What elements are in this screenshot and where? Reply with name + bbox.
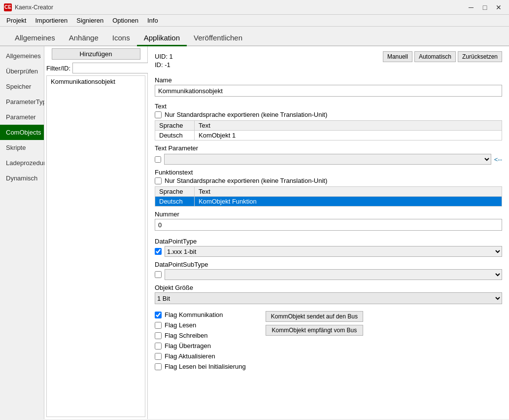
objekt-groesse-label: Objekt Größe: [155, 284, 502, 291]
sidebar-item-ladeprozedur[interactable]: Ladeprozedur: [0, 155, 44, 171]
main-content: Allgemeines Überprüfen Speicher Paramete…: [0, 46, 509, 419]
funktionstext-row-text[interactable]: [195, 197, 502, 207]
name-input[interactable]: [155, 85, 502, 97]
sidebar-item-ueberprufen[interactable]: Überprüfen: [0, 64, 44, 79]
tab-veroeffentlichen[interactable]: Veröffentlichen: [187, 31, 249, 46]
minimize-button[interactable]: ─: [465, 2, 477, 13]
name-label: Name: [155, 76, 502, 84]
flags-section: Flag Kommunikation Flag Lesen Flag Schre…: [155, 311, 502, 371]
manuell-button[interactable]: Manuell: [383, 51, 412, 62]
flag-lesen-label: Flag Lesen: [165, 321, 196, 329]
tab-applikation[interactable]: Applikation: [137, 31, 187, 46]
funktionstext-export-checkbox[interactable]: [155, 177, 162, 184]
sidebar: Allgemeines Überprüfen Speicher Paramete…: [0, 46, 44, 419]
menu-projekt[interactable]: Projekt: [2, 15, 31, 26]
flag-schreiben-label: Flag Schreiben: [165, 332, 207, 339]
flag-lesen-init-checkbox[interactable]: [155, 363, 162, 370]
app-icon: CE: [4, 3, 12, 11]
nummer-input[interactable]: [155, 219, 502, 231]
id-label: ID: -1: [155, 61, 173, 69]
kommobjekt-empfaengt-button[interactable]: KommObjekt empfängt vom Bus: [266, 325, 363, 336]
param-checkbox[interactable]: [155, 156, 161, 163]
flag-uebertragen-label: Flag Übertragen: [165, 342, 211, 350]
menu-signieren[interactable]: Signieren: [72, 15, 108, 26]
text-table-header-sprache: Sprache: [155, 121, 195, 131]
sidebar-item-parameter[interactable]: Parameter: [0, 109, 44, 125]
flag-kommunikation-label: Flag Kommunikation: [165, 311, 223, 318]
zuruecksetzen-button[interactable]: Zurücksetzen: [458, 51, 502, 62]
flag-lesen-checkbox[interactable]: [155, 322, 162, 329]
flags-left: Flag Kommunikation Flag Lesen Flag Schre…: [155, 311, 246, 371]
dpt-checkbox[interactable]: [155, 248, 162, 255]
param-row: <--: [155, 154, 502, 165]
funktionstext-label: Funktionstext: [155, 169, 502, 176]
text-row-sprache: Deutsch: [155, 131, 195, 140]
sidebar-item-parametertypes[interactable]: ParameterTypes: [0, 94, 44, 109]
right-panel: UID: 1 ID: -1 Manuell Automatisch Zurück…: [148, 46, 509, 419]
filter-label: Filter/ID:: [46, 65, 70, 72]
flags-right: KommObjekt sendet auf den Bus KommObjekt…: [266, 311, 363, 371]
kommobjekt-sendet-button[interactable]: KommObjekt sendet auf den Bus: [266, 311, 363, 322]
text-label: Text: [155, 103, 502, 110]
flag-schreiben-checkbox[interactable]: [155, 332, 162, 339]
tab-anhaenge[interactable]: Anhänge: [62, 31, 105, 46]
nummer-label: Nummer: [155, 210, 502, 218]
text-translation-table: Sprache Text Deutsch: [155, 120, 502, 140]
arrow-link[interactable]: <--: [494, 156, 502, 163]
sidebar-item-dynamisch[interactable]: Dynamisch: [0, 171, 44, 186]
funktionstext-table-header-text: Text: [195, 187, 502, 197]
flag-aktualisieren-checkbox[interactable]: [155, 353, 162, 360]
window-controls: ─ □ ✕: [465, 2, 505, 13]
automatisch-button[interactable]: Automatisch: [414, 51, 456, 62]
close-button[interactable]: ✕: [492, 2, 505, 13]
flag-uebertragen-checkbox[interactable]: [155, 343, 162, 350]
tab-allgemeines[interactable]: Allgemeines: [8, 31, 62, 46]
tabs: Allgemeines Anhänge Icons Applikation Ve…: [0, 27, 509, 46]
maximize-button[interactable]: □: [478, 2, 491, 13]
funktionstext-table-header-sprache: Sprache: [155, 187, 195, 197]
param-select[interactable]: [164, 154, 491, 165]
funktionstext-table-row: Deutsch: [155, 197, 502, 207]
menu-bar: Projekt Importieren Signieren Optionen I…: [0, 15, 509, 27]
add-button[interactable]: Hinzufügen: [52, 48, 140, 60]
tab-icons[interactable]: Icons: [105, 31, 137, 46]
objsize-select[interactable]: 1 Bit: [155, 292, 502, 304]
funktionstext-row-sprache: Deutsch: [155, 197, 195, 207]
dpt-subtype-checkbox[interactable]: [155, 271, 162, 278]
text-row-text[interactable]: [195, 131, 502, 140]
text-export-label: Nur Standardsprache exportieren (keine T…: [165, 111, 327, 118]
filter-row: Filter/ID:: [46, 63, 145, 73]
funktionstext-row-input[interactable]: [199, 198, 498, 205]
text-parameter-label: Text Parameter: [155, 144, 502, 152]
list-area: Kommunikationsobjekt: [46, 75, 145, 417]
text-table-header-text: Text: [195, 121, 502, 131]
dpt-select[interactable]: 1.xxx 1-bit: [165, 246, 502, 257]
uid-label: UID: 1: [155, 53, 173, 60]
list-item[interactable]: Kommunikationsobjekt: [47, 76, 145, 87]
menu-info[interactable]: Info: [143, 15, 163, 26]
app-title: Kaenx-Creator: [15, 4, 53, 11]
sidebar-item-allgemeines[interactable]: Allgemeines: [0, 48, 44, 64]
menu-importieren[interactable]: Importieren: [31, 15, 72, 26]
sidebar-item-speicher[interactable]: Speicher: [0, 79, 44, 94]
flag-lesen-init-label: Flag Lesen bei Initialisierung: [165, 363, 246, 370]
title-bar: CE Kaenx-Creator ─ □ ✕: [0, 0, 509, 15]
funktionstext-translation-table: Sprache Text Deutsch: [155, 186, 502, 207]
text-export-checkbox[interactable]: [155, 111, 162, 118]
text-table-row: Deutsch: [155, 131, 502, 140]
dpt-subtype-select[interactable]: [165, 269, 502, 280]
text-row-input[interactable]: [199, 132, 498, 139]
datapoint-type-label: DataPointType: [155, 238, 502, 245]
filter-input[interactable]: [72, 63, 160, 73]
funktionstext-export-label: Nur Standardsprache exportieren (keine T…: [165, 177, 327, 184]
sidebar-item-comobjects[interactable]: ComObjects: [0, 125, 44, 140]
menu-optionen[interactable]: Optionen: [108, 15, 143, 26]
sidebar-item-skripte[interactable]: Skripte: [0, 140, 44, 155]
flag-aktualisieren-label: Flag Aktualisieren: [165, 352, 215, 360]
flag-kommunikation-checkbox[interactable]: [155, 312, 162, 318]
left-panel: Hinzufügen Filter/ID: Kommunikationsobje…: [44, 46, 148, 419]
datapoint-subtype-label: DataPointSubType: [155, 261, 502, 268]
